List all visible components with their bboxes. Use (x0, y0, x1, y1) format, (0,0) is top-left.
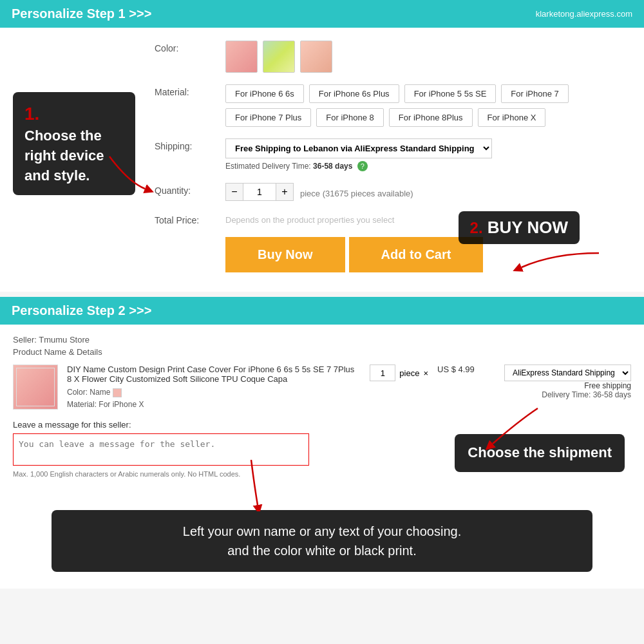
material-iphone8[interactable]: For iPhone 8 (316, 108, 383, 127)
delivery-days: 36-58 days (313, 162, 352, 171)
product-row: DIY Name Custom Design Print Case Cover … (13, 365, 631, 410)
shipment-annotation-text: Choose the shipment (468, 444, 612, 460)
color-label: Color: (155, 41, 225, 53)
shipment-annotation: Choose the shipment (455, 434, 625, 472)
site-url: klarketong.aliexpress.com (536, 9, 632, 19)
delivery-time-info: Delivery Time: 36-58 days (504, 390, 631, 399)
color-swatches (225, 41, 332, 73)
material-iphone7plus[interactable]: For iPhone 7 Plus (225, 108, 311, 127)
seller-info: Seller: Tmumu Store (13, 335, 631, 345)
buttons-area: 2. BUY NOW Buy Now Add to Cart (155, 237, 631, 272)
material-iphone7[interactable]: For iPhone 7 (501, 84, 568, 103)
color-row: Color: (155, 41, 631, 73)
buy-now-annotation: 2. BUY NOW (459, 211, 580, 244)
material-info: Material: For iPhone X (67, 400, 361, 409)
color-swatch-1[interactable] (225, 41, 258, 73)
message-textarea[interactable] (13, 433, 309, 466)
step1-title: Personalize Step 1 >>> (12, 6, 151, 21)
color-info: Color: Name (67, 388, 361, 397)
step2-header: Personalize Step 2 >>> (0, 297, 644, 325)
material-iphone8plus[interactable]: For iPhone 8Plus (389, 108, 473, 127)
material-value-s2: For iPhone X (99, 400, 144, 409)
color-swatch-2[interactable] (263, 41, 295, 73)
buy-now-annotation-text: BUY NOW (488, 218, 568, 237)
quantity-row: Quantity: − + piece (31675 pieces availa… (155, 183, 631, 201)
material-iphone6plus[interactable]: For iPhone 6s Plus (309, 84, 399, 103)
total-price-note: Depends on the product properties you se… (225, 213, 394, 225)
step1-section: 1. Choose the right device and style. Co… (0, 28, 644, 292)
step1-annotation-text: Choose the right device and style. (24, 126, 124, 185)
help-icon[interactable]: ? (357, 161, 368, 171)
shipping-info: Free Shipping to Lebanon via AliExpress … (225, 138, 492, 171)
material-label-s2: Material: (67, 400, 97, 409)
delivery-time-label: Delivery Time: (542, 390, 591, 399)
quantity-control: − + (225, 183, 294, 201)
step2-title: Personalize Step 2 >>> (12, 303, 151, 318)
shipping-select-wrap: Free Shipping to Lebanon via AliExpress … (225, 138, 492, 158)
shipping-select[interactable]: Free Shipping to Lebanon via AliExpress … (225, 138, 492, 158)
estimated-label: Estimated Delivery Time: (225, 162, 311, 171)
quantity-minus[interactable]: − (225, 183, 243, 201)
quantity-label: Quantity: (155, 183, 225, 196)
product-price: US $ 4.99 (437, 365, 495, 374)
color-swatch-small (113, 388, 122, 397)
quantity-input[interactable] (243, 183, 276, 201)
material-options: For iPhone 6 6s For iPhone 6s Plus For i… (225, 84, 631, 127)
step1-num: 1. (24, 101, 124, 126)
total-price-label: Total Price: (155, 213, 225, 225)
quantity-plus[interactable]: + (276, 183, 294, 201)
free-shipping-label: Free shipping (504, 381, 631, 390)
estimated-delivery: Estimated Delivery Time: 36-58 days ? (225, 161, 492, 171)
buy-now-button[interactable]: Buy Now (225, 237, 345, 272)
product-title: DIY Name Custom Design Print Case Cover … (67, 365, 361, 384)
product-shipping-wrap: AliExpress Standard Shipping Free shippi… (504, 365, 631, 399)
step2-num: 2. (470, 219, 483, 236)
step1-content: Color: Material: For iPhone 6 6s For iPh… (155, 41, 631, 272)
bottom-annotation: Left your own name or any text of your c… (52, 510, 592, 572)
product-name-label: Product Name & Details (13, 347, 631, 357)
product-image (13, 365, 58, 410)
piece-label: piece (399, 368, 419, 378)
shipping-row: Shipping: Free Shipping to Lebanon via A… (155, 138, 631, 171)
color-label-s2: Color: (67, 388, 88, 397)
page-container: Personalize Step 1 >>> klarketong.aliexp… (0, 0, 644, 589)
material-label: Material: (155, 84, 225, 97)
shipping-label: Shipping: (155, 138, 225, 151)
material-iphone6[interactable]: For iPhone 6 6s (225, 84, 304, 103)
quantity-control-wrap: − + piece (31675 pieces available) (225, 183, 413, 201)
product-qty-input[interactable] (370, 365, 395, 381)
material-iphone5[interactable]: For iPhone 5 5s SE (404, 84, 497, 103)
product-details: DIY Name Custom Design Print Case Cover … (67, 365, 361, 409)
color-swatch-3[interactable] (300, 41, 332, 73)
material-row: Material: For iPhone 6 6s For iPhone 6s … (155, 84, 631, 127)
bottom-annotation-text: Left your own name or any text of your c… (183, 524, 461, 558)
material-iphonex[interactable]: For iPhone X (478, 108, 546, 127)
quantity-note: piece (31675 pieces available) (300, 186, 413, 198)
step2-section: Seller: Tmumu Store Product Name & Detai… (0, 325, 644, 589)
product-shipping-select[interactable]: AliExpress Standard Shipping (504, 365, 631, 381)
delivery-time-value: 36-58 days (593, 390, 631, 399)
product-quantity: piece × (370, 365, 428, 381)
step1-annotation: 1. Choose the right device and style. (13, 92, 135, 195)
color-name-s2: Name (90, 388, 110, 397)
step1-header: Personalize Step 1 >>> klarketong.aliexp… (0, 0, 644, 28)
message-label: Leave a message for this seller: (13, 420, 631, 430)
times-label: × (423, 368, 428, 378)
